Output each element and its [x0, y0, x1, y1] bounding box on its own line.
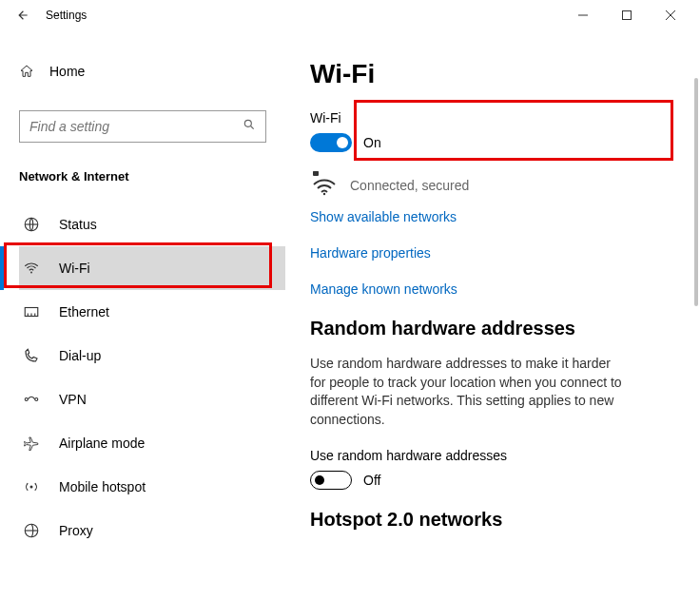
svg-point-8 [30, 272, 32, 274]
sidebar-item-wifi[interactable]: Wi-Fi [19, 246, 285, 290]
window-title: Settings [46, 9, 87, 22]
sidebar-item-label: Airplane mode [59, 435, 145, 451]
svg-point-15 [30, 486, 33, 489]
sidebar-item-proxy[interactable]: Proxy [19, 509, 285, 552]
random-hw-toggle-state: Off [363, 473, 380, 488]
minimize-button[interactable] [561, 0, 605, 30]
arrow-left-icon [16, 9, 29, 22]
proxy-icon [23, 522, 40, 539]
sidebar-item-label: Proxy [59, 523, 93, 538]
connection-status: Connected, secured [350, 178, 469, 193]
main-panel: Wi-Fi Wi-Fi On Connected, secured Show a… [285, 30, 700, 600]
hotspot-icon [23, 478, 40, 495]
wifi-secured-icon [310, 171, 339, 200]
sidebar-item-label: Mobile hotspot [59, 479, 146, 494]
sidebar-item-vpn[interactable]: VPN [19, 377, 285, 421]
wifi-toggle[interactable] [310, 133, 352, 152]
home-icon [19, 64, 34, 79]
status-icon [23, 216, 40, 233]
search-icon [243, 118, 256, 135]
dialup-icon [23, 347, 40, 364]
sidebar-item-airplane[interactable]: Airplane mode [19, 421, 285, 465]
hotspot2-heading: Hotspot 2.0 networks [310, 509, 666, 531]
svg-line-5 [251, 126, 254, 129]
search-box[interactable] [19, 110, 266, 143]
page-title: Wi-Fi [310, 59, 666, 89]
sidebar: Home Network & Internet Status Wi-Fi Eth… [0, 30, 285, 600]
link-hardware-properties[interactable]: Hardware properties [310, 245, 666, 261]
back-button[interactable] [8, 0, 38, 30]
maximize-button[interactable] [605, 0, 649, 30]
ethernet-icon [23, 303, 40, 320]
random-hw-toggle[interactable] [310, 471, 352, 490]
wifi-toggle-label: Wi-Fi [310, 110, 666, 126]
svg-point-13 [25, 398, 28, 401]
vpn-icon [23, 391, 40, 408]
svg-point-14 [35, 398, 38, 401]
svg-point-4 [244, 120, 251, 126]
section-title: Network & Internet [19, 169, 285, 184]
airplane-icon [23, 435, 40, 452]
random-hw-heading: Random hardware addresses [310, 318, 666, 339]
home-nav[interactable]: Home [19, 53, 285, 89]
link-show-networks[interactable]: Show available networks [310, 209, 666, 224]
wifi-toggle-state: On [363, 135, 381, 150]
sidebar-item-label: Dial-up [59, 348, 101, 363]
scrollbar[interactable] [694, 78, 698, 306]
sidebar-item-hotspot[interactable]: Mobile hotspot [19, 465, 285, 509]
home-label: Home [49, 64, 85, 79]
sidebar-item-label: Status [59, 217, 97, 232]
close-button[interactable] [649, 0, 692, 30]
random-hw-desc: Use random hardware addresses to make it… [310, 355, 624, 429]
sidebar-item-label: Wi-Fi [59, 261, 90, 276]
sidebar-item-dialup[interactable]: Dial-up [19, 334, 285, 377]
random-hw-toggle-label: Use random hardware addresses [310, 448, 666, 463]
titlebar: Settings [0, 0, 700, 30]
sidebar-item-ethernet[interactable]: Ethernet [19, 290, 285, 334]
maximize-icon [622, 10, 632, 20]
svg-point-18 [323, 193, 325, 195]
sidebar-item-status[interactable]: Status [19, 203, 285, 246]
close-icon [666, 10, 675, 20]
search-input[interactable] [29, 119, 243, 134]
link-manage-known-networks[interactable]: Manage known networks [310, 281, 666, 297]
wifi-icon [23, 260, 40, 277]
sidebar-item-label: VPN [59, 392, 87, 407]
svg-rect-1 [623, 11, 632, 20]
minimize-icon [578, 10, 588, 20]
sidebar-item-label: Ethernet [59, 304, 109, 319]
